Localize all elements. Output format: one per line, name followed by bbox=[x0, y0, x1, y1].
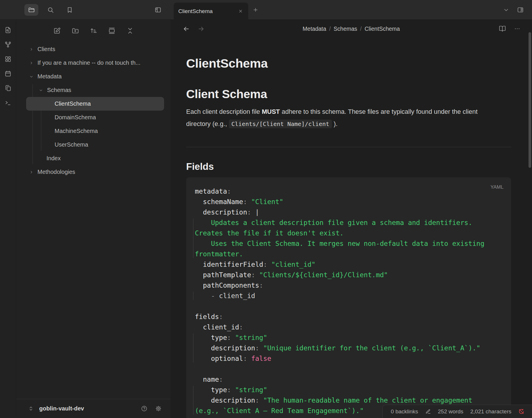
tab-title: ClientSchema bbox=[178, 8, 238, 15]
code-block-section: type: "string" description: "Unique iden… bbox=[195, 332, 489, 364]
layout-grid-ribbon-button[interactable] bbox=[2, 52, 15, 66]
files-tab-button[interactable] bbox=[24, 4, 38, 16]
tree-item-index[interactable]: Index bbox=[26, 152, 164, 165]
help-icon[interactable] bbox=[141, 405, 148, 412]
breadcrumb-separator: / bbox=[329, 26, 330, 32]
tree-item-label: DomainSchema bbox=[55, 114, 96, 121]
code-block-section: - client_id bbox=[195, 291, 489, 301]
panel-left-icon bbox=[154, 6, 161, 13]
view-header: Metadata/Schemas/ClientSchema bbox=[170, 20, 532, 38]
code-line: identifierField: "client_id" bbox=[195, 259, 489, 270]
code-block-section: metadata: schemaName: "Client" descripti… bbox=[195, 186, 489, 217]
copy-ribbon-button[interactable] bbox=[2, 81, 15, 95]
tree-item-machineschema[interactable]: MachineSchema bbox=[26, 124, 164, 138]
code-line: - client_id bbox=[195, 291, 489, 301]
code-line: client_id: bbox=[195, 322, 489, 332]
graph-icon bbox=[4, 41, 12, 48]
calendar-icon bbox=[4, 70, 12, 77]
code-blank-line bbox=[195, 301, 489, 311]
code-line: pathTemplate: "Clients/${client_id}/Clie… bbox=[195, 270, 489, 280]
search-tab-button[interactable] bbox=[44, 4, 57, 16]
vault-switcher[interactable]: goblin-vault-dev bbox=[16, 399, 170, 418]
status-bar: 0 backlinks 252 words 2,021 characters bbox=[382, 405, 532, 418]
copy-icon bbox=[4, 84, 12, 92]
collapse-all-icon bbox=[126, 27, 134, 35]
tree-item-userschema[interactable]: UserSchema bbox=[26, 138, 164, 152]
tree-item-label: MachineSchema bbox=[55, 128, 98, 134]
code-line: description: "Unique identifier for the … bbox=[195, 343, 489, 353]
tree-item-label: Methodologies bbox=[37, 169, 75, 175]
bookmark-icon bbox=[66, 6, 73, 13]
graph-ribbon-button[interactable] bbox=[2, 37, 15, 52]
chevron-right-icon[interactable] bbox=[29, 47, 34, 52]
intro-paragraph: Each client description file MUST adhere… bbox=[186, 106, 479, 130]
new-folder-button[interactable] bbox=[70, 26, 80, 36]
tab-close-icon[interactable] bbox=[238, 9, 243, 14]
code-block-section: fields: client_id: bbox=[195, 311, 489, 332]
reading-view-icon[interactable] bbox=[499, 25, 506, 32]
explorer-toolbar bbox=[16, 20, 170, 39]
breadcrumb-item[interactable]: Schemas bbox=[334, 26, 357, 32]
chevron-right-icon[interactable] bbox=[29, 170, 34, 174]
chevron-right-icon[interactable] bbox=[29, 61, 34, 65]
tree-item-label: Schemas bbox=[47, 87, 71, 93]
chevron-down-icon[interactable] bbox=[29, 74, 34, 79]
collapse-all-button[interactable] bbox=[125, 26, 135, 36]
code-line: optional: false bbox=[195, 353, 489, 364]
sync-off-icon[interactable] bbox=[518, 408, 524, 415]
code-line: metadata: bbox=[195, 186, 489, 197]
tree-item-label: Index bbox=[46, 155, 61, 162]
code-line: name: bbox=[195, 374, 489, 385]
code-block-section: name: bbox=[195, 374, 489, 385]
tree-item-label: If you are a machine -- do not touch th.… bbox=[37, 60, 141, 66]
tree-item-if-you-are-a-machine-do-not-[interactable]: If you are a machine -- do not touch th.… bbox=[26, 56, 164, 70]
topbar-left-icons bbox=[24, 0, 77, 20]
ribbon bbox=[0, 20, 16, 418]
breadcrumb-item[interactable]: Metadata bbox=[303, 26, 326, 32]
tree-item-metadata[interactable]: Metadata bbox=[26, 70, 164, 83]
edit-pencil-icon[interactable] bbox=[425, 409, 431, 415]
vertical-scrollbar[interactable] bbox=[529, 32, 531, 168]
plus-icon bbox=[253, 7, 258, 13]
tree-item-label: ClientSchema bbox=[55, 100, 91, 107]
page-title: ClientSchema bbox=[186, 56, 511, 71]
breadcrumb-separator: / bbox=[360, 26, 362, 32]
new-folder-icon bbox=[71, 27, 79, 35]
new-note-icon bbox=[53, 27, 61, 35]
tree-item-domainschema[interactable]: DomainSchema bbox=[26, 111, 164, 124]
code-block-section: identifierField: "client_id" pathTemplat… bbox=[195, 259, 489, 291]
sort-asc-button[interactable] bbox=[89, 26, 98, 36]
layout-grid-icon bbox=[4, 55, 12, 63]
tree-item-methodologies[interactable]: Methodologies bbox=[26, 165, 164, 179]
backlinks-count[interactable]: 0 backlinks bbox=[391, 408, 418, 415]
tree-item-schemas[interactable]: Schemas bbox=[26, 83, 164, 97]
calendar-ribbon-button[interactable] bbox=[2, 66, 15, 81]
breadcrumb-item[interactable]: ClientSchema bbox=[365, 26, 400, 32]
more-options-icon[interactable] bbox=[514, 26, 520, 32]
tree-item-clients[interactable]: Clients bbox=[26, 42, 164, 56]
yaml-code-block: YAML metadata: schemaName: "Client" desc… bbox=[186, 177, 511, 418]
heading-client-schema: Client Schema bbox=[186, 87, 511, 101]
new-tab-button[interactable] bbox=[250, 5, 261, 15]
new-note-button[interactable] bbox=[52, 26, 62, 36]
file-tree: ClientsIf you are a machine -- do not to… bbox=[16, 42, 170, 179]
code-block-section: Updates a client description file given … bbox=[195, 217, 489, 259]
word-count: 252 words bbox=[438, 408, 463, 415]
tree-item-clientschema[interactable]: ClientSchema bbox=[26, 97, 164, 111]
tab-clientschema[interactable]: ClientSchema bbox=[174, 3, 248, 20]
settings-gear-icon[interactable] bbox=[155, 405, 162, 412]
topbar-right-icons bbox=[503, 0, 524, 20]
gallery-vertical-button[interactable] bbox=[107, 26, 117, 36]
collapse-left-sidebar-button[interactable] bbox=[151, 4, 165, 16]
file-search-ribbon-button[interactable] bbox=[2, 23, 15, 37]
chevron-down-icon[interactable] bbox=[39, 88, 43, 93]
chevron-down-icon[interactable] bbox=[503, 7, 509, 13]
vault-name: goblin-vault-dev bbox=[39, 405, 141, 412]
terminal-ribbon-button[interactable] bbox=[2, 95, 15, 110]
character-count: 2,021 characters bbox=[470, 408, 511, 415]
panel-right-icon[interactable] bbox=[517, 6, 524, 13]
code-blank-line bbox=[195, 364, 489, 374]
bookmarks-tab-button[interactable] bbox=[63, 4, 77, 16]
terminal-icon bbox=[4, 99, 12, 106]
document-content: ClientSchema Client Schema Each client d… bbox=[186, 38, 511, 418]
